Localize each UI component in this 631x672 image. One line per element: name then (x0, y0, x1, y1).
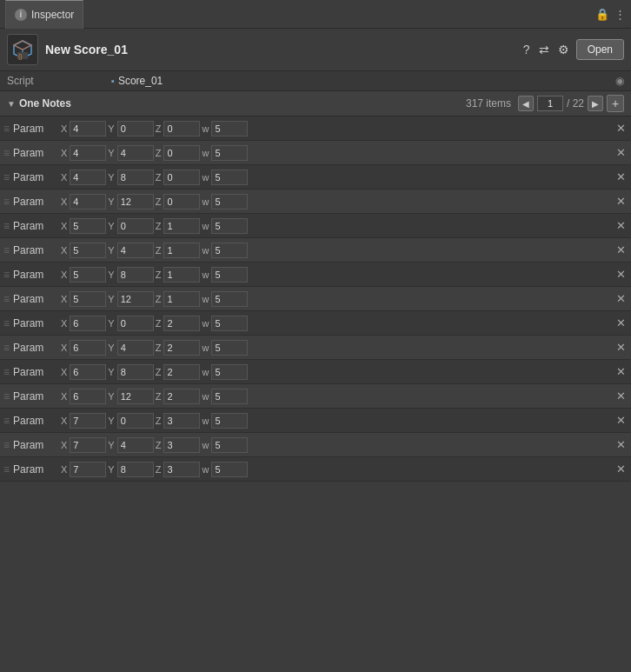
drag-handle: ≡ (3, 415, 10, 427)
gear-button[interactable]: ⚙ (556, 41, 571, 58)
w-input[interactable] (211, 316, 248, 331)
next-page-button[interactable]: ▶ (588, 96, 603, 111)
field-group: X Y Z w (61, 170, 613, 185)
delete-button[interactable]: ✕ (614, 414, 628, 427)
w-input[interactable] (211, 462, 248, 477)
z-input[interactable] (163, 389, 200, 404)
x-input[interactable] (70, 121, 106, 136)
delete-button[interactable]: ✕ (614, 268, 628, 281)
w-input[interactable] (211, 170, 248, 185)
z-input[interactable] (163, 462, 200, 477)
menu-icon[interactable]: ⋮ (614, 8, 626, 21)
x-input[interactable] (70, 389, 106, 404)
w-input[interactable] (211, 291, 248, 307)
x-input[interactable] (70, 437, 106, 453)
delete-button[interactable]: ✕ (614, 389, 628, 403)
delete-button[interactable]: ✕ (614, 292, 628, 305)
y-input[interactable] (117, 340, 154, 356)
w-input[interactable] (211, 194, 248, 210)
y-input[interactable] (117, 389, 154, 404)
delete-button[interactable]: ✕ (614, 195, 628, 208)
z-input[interactable] (163, 316, 200, 331)
delete-button[interactable]: ✕ (614, 438, 628, 451)
w-input[interactable] (211, 364, 248, 380)
delete-button[interactable]: ✕ (614, 219, 628, 232)
y-input[interactable] (117, 291, 154, 307)
w-input[interactable] (211, 145, 248, 161)
z-label: Z (156, 391, 162, 402)
w-input[interactable] (211, 389, 248, 404)
w-input[interactable] (211, 267, 248, 283)
add-item-button[interactable]: + (607, 95, 624, 112)
z-input[interactable] (163, 437, 200, 453)
z-input[interactable] (163, 170, 200, 185)
y-input[interactable] (117, 170, 154, 185)
delete-button[interactable]: ✕ (614, 170, 628, 183)
y-input[interactable] (117, 316, 154, 331)
y-input[interactable] (117, 462, 154, 477)
delete-button[interactable]: ✕ (614, 341, 628, 354)
x-input[interactable] (70, 243, 106, 258)
y-input[interactable] (117, 145, 154, 161)
w-input[interactable] (211, 218, 248, 234)
prev-page-button[interactable]: ◀ (518, 96, 534, 111)
layout-button[interactable]: ⇄ (537, 41, 551, 58)
z-input[interactable] (163, 340, 200, 356)
z-input[interactable] (163, 145, 200, 161)
one-notes-row: ▼ One Notes 317 items ◀ / 22 ▶ + (0, 91, 631, 116)
w-input[interactable] (211, 121, 248, 136)
w-input[interactable] (211, 413, 248, 429)
delete-button[interactable]: ✕ (614, 462, 628, 476)
delete-button[interactable]: ✕ (614, 316, 628, 329)
open-button[interactable]: Open (576, 39, 624, 60)
param-label: Param (13, 244, 61, 256)
x-input[interactable] (70, 291, 106, 307)
y-input[interactable] (117, 437, 154, 453)
delete-button[interactable]: ✕ (614, 146, 628, 159)
inspector-tab[interactable]: i Inspector (5, 0, 83, 29)
x-input[interactable] (70, 340, 106, 356)
y-input[interactable] (117, 121, 154, 136)
x-input[interactable] (70, 364, 106, 380)
z-input[interactable] (163, 364, 200, 380)
z-input[interactable] (163, 121, 200, 136)
x-input[interactable] (70, 413, 106, 429)
z-input[interactable] (163, 413, 200, 429)
w-label: w (202, 196, 209, 207)
delete-button[interactable]: ✕ (614, 122, 628, 135)
svg-text:{}: {} (18, 53, 23, 60)
x-input[interactable] (70, 194, 106, 210)
y-input[interactable] (117, 413, 154, 429)
w-input[interactable] (211, 340, 248, 356)
param-label: Param (13, 317, 61, 329)
drag-handle: ≡ (3, 244, 10, 256)
z-input[interactable] (163, 267, 200, 283)
x-input[interactable] (70, 462, 106, 477)
x-input[interactable] (70, 218, 106, 234)
w-input[interactable] (211, 437, 248, 453)
x-input[interactable] (70, 267, 106, 283)
x-input[interactable] (70, 145, 106, 161)
y-input[interactable] (117, 218, 154, 234)
x-label: X (61, 172, 67, 183)
page-input[interactable] (537, 96, 563, 111)
y-input[interactable] (117, 194, 154, 210)
z-input[interactable] (163, 243, 200, 258)
y-input[interactable] (117, 267, 154, 283)
z-input[interactable] (163, 291, 200, 307)
y-input[interactable] (117, 243, 154, 258)
z-input[interactable] (163, 194, 200, 210)
script-file[interactable]: ▪ Score_01 (111, 75, 163, 87)
foldout-arrow[interactable]: ▼ (7, 99, 16, 109)
x-label: X (61, 416, 67, 426)
y-input[interactable] (117, 364, 154, 380)
delete-button[interactable]: ✕ (614, 243, 628, 256)
x-input[interactable] (70, 170, 106, 185)
delete-button[interactable]: ✕ (614, 365, 628, 378)
help-button[interactable]: ? (521, 41, 532, 58)
param-label: Param (13, 147, 61, 159)
lock-icon[interactable]: 🔒 (595, 8, 609, 21)
w-input[interactable] (211, 243, 248, 258)
x-input[interactable] (70, 316, 106, 331)
z-input[interactable] (163, 218, 200, 234)
